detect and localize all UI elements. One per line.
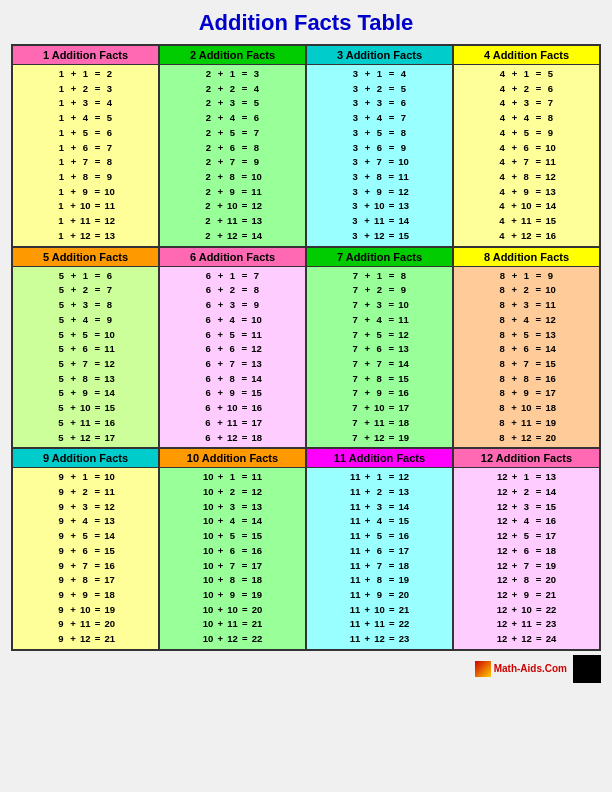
fact-row: 2+5=7 — [164, 126, 301, 141]
fact-row: 11+2=13 — [311, 485, 448, 500]
block-header-6: 6 Addition Facts — [160, 248, 305, 267]
table-row-1: 1 Addition Facts1+1=21+2=31+3=41+4=51+5=… — [13, 46, 599, 248]
block-6: 6 Addition Facts6+1=76+2=86+3=96+4=106+5… — [160, 248, 307, 448]
fact-row: 10+7=17 — [164, 559, 301, 574]
fact-row: 5+5=10 — [17, 328, 154, 343]
fact-row: 8+4=12 — [458, 313, 595, 328]
fact-row: 9+3=12 — [17, 500, 154, 515]
fact-row: 4+4=8 — [458, 111, 595, 126]
fact-row: 12+1=13 — [458, 470, 595, 485]
block-header-9: 9 Addition Facts — [13, 449, 158, 468]
fact-row: 4+7=11 — [458, 155, 595, 170]
fact-row: 6+2=8 — [164, 283, 301, 298]
fact-row: 8+5=13 — [458, 328, 595, 343]
fact-row: 3+6=9 — [311, 141, 448, 156]
fact-row: 9+5=14 — [17, 529, 154, 544]
fact-row: 8+12=20 — [458, 431, 595, 446]
fact-row: 3+5=8 — [311, 126, 448, 141]
fact-row: 5+3=8 — [17, 298, 154, 313]
fact-row: 9+9=18 — [17, 588, 154, 603]
fact-row: 1+4=5 — [17, 111, 154, 126]
fact-row: 10+9=19 — [164, 588, 301, 603]
fact-row: 5+4=9 — [17, 313, 154, 328]
logo-icon — [475, 661, 491, 677]
fact-row: 12+11=23 — [458, 617, 595, 632]
site-label: Math-Aids.Com — [494, 663, 567, 674]
fact-row: 10+1=11 — [164, 470, 301, 485]
fact-row: 9+4=13 — [17, 514, 154, 529]
fact-row: 11+6=17 — [311, 544, 448, 559]
fact-row: 3+1=4 — [311, 67, 448, 82]
fact-row: 5+10=15 — [17, 401, 154, 416]
fact-row: 7+8=15 — [311, 372, 448, 387]
fact-row: 1+1=2 — [17, 67, 154, 82]
fact-row: 2+2=4 — [164, 82, 301, 97]
fact-row: 8+8=16 — [458, 372, 595, 387]
fact-row: 6+11=17 — [164, 416, 301, 431]
fact-row: 3+4=7 — [311, 111, 448, 126]
fact-row: 11+5=16 — [311, 529, 448, 544]
fact-row: 7+2=9 — [311, 283, 448, 298]
fact-row: 3+7=10 — [311, 155, 448, 170]
fact-row: 9+1=10 — [17, 470, 154, 485]
fact-row: 6+4=10 — [164, 313, 301, 328]
fact-row: 6+1=7 — [164, 269, 301, 284]
fact-row: 3+3=6 — [311, 96, 448, 111]
fact-row: 2+12=14 — [164, 229, 301, 244]
fact-row: 11+12=23 — [311, 632, 448, 647]
fact-row: 10+5=15 — [164, 529, 301, 544]
fact-row: 7+9=16 — [311, 386, 448, 401]
block-10: 10 Addition Facts10+1=1110+2=1210+3=1310… — [160, 449, 307, 649]
fact-row: 7+11=18 — [311, 416, 448, 431]
fact-row: 1+2=3 — [17, 82, 154, 97]
fact-row: 4+3=7 — [458, 96, 595, 111]
fact-row: 4+2=6 — [458, 82, 595, 97]
block-header-3: 3 Addition Facts — [307, 46, 452, 65]
fact-row: 6+12=18 — [164, 431, 301, 446]
fact-row: 1+3=4 — [17, 96, 154, 111]
fact-row: 3+10=13 — [311, 199, 448, 214]
fact-row: 12+7=19 — [458, 559, 595, 574]
fact-row: 7+4=11 — [311, 313, 448, 328]
fact-row: 8+1=9 — [458, 269, 595, 284]
fact-row: 11+8=19 — [311, 573, 448, 588]
fact-row: 9+10=19 — [17, 603, 154, 618]
block-1: 1 Addition Facts1+1=21+2=31+3=41+4=51+5=… — [13, 46, 160, 246]
block-7: 7 Addition Facts7+1=87+2=97+3=107+4=117+… — [307, 248, 454, 448]
fact-row: 8+7=15 — [458, 357, 595, 372]
block-5: 5 Addition Facts5+1=65+2=75+3=85+4=95+5=… — [13, 248, 160, 448]
block-4: 4 Addition Facts4+1=54+2=64+3=74+4=84+5=… — [454, 46, 599, 246]
fact-row: 7+12=19 — [311, 431, 448, 446]
block-header-11: 11 Addition Facts — [307, 449, 452, 468]
block-body-3: 3+1=43+2=53+3=63+4=73+5=83+6=93+7=103+8=… — [307, 65, 452, 246]
fact-row: 10+11=21 — [164, 617, 301, 632]
fact-row: 5+8=13 — [17, 372, 154, 387]
table-row-3: 9 Addition Facts9+1=109+2=119+3=129+4=13… — [13, 449, 599, 649]
block-header-2: 2 Addition Facts — [160, 46, 305, 65]
block-12: 12 Addition Facts12+1=1312+2=1412+3=1512… — [454, 449, 599, 649]
fact-row: 2+11=13 — [164, 214, 301, 229]
fact-row: 8+6=14 — [458, 342, 595, 357]
block-body-8: 8+1=98+2=108+3=118+4=128+5=138+6=148+7=1… — [454, 267, 599, 448]
block-header-10: 10 Addition Facts — [160, 449, 305, 468]
fact-row: 7+10=17 — [311, 401, 448, 416]
fact-row: 11+1=12 — [311, 470, 448, 485]
block-2: 2 Addition Facts2+1=32+2=42+3=52+4=62+5=… — [160, 46, 307, 246]
fact-row: 12+6=18 — [458, 544, 595, 559]
fact-row: 12+8=20 — [458, 573, 595, 588]
fact-row: 6+8=14 — [164, 372, 301, 387]
block-11: 11 Addition Facts11+1=1211+2=1311+3=1411… — [307, 449, 454, 649]
fact-row: 10+3=13 — [164, 500, 301, 515]
fact-row: 4+9=13 — [458, 185, 595, 200]
fact-row: 2+1=3 — [164, 67, 301, 82]
fact-row: 11+10=21 — [311, 603, 448, 618]
fact-row: 6+7=13 — [164, 357, 301, 372]
fact-row: 7+3=10 — [311, 298, 448, 313]
page-title: Addition Facts Table — [199, 10, 414, 36]
fact-row: 12+3=15 — [458, 500, 595, 515]
block-header-7: 7 Addition Facts — [307, 248, 452, 267]
fact-row: 6+9=15 — [164, 386, 301, 401]
fact-row: 4+1=5 — [458, 67, 595, 82]
fact-row: 9+6=15 — [17, 544, 154, 559]
fact-row: 11+7=18 — [311, 559, 448, 574]
